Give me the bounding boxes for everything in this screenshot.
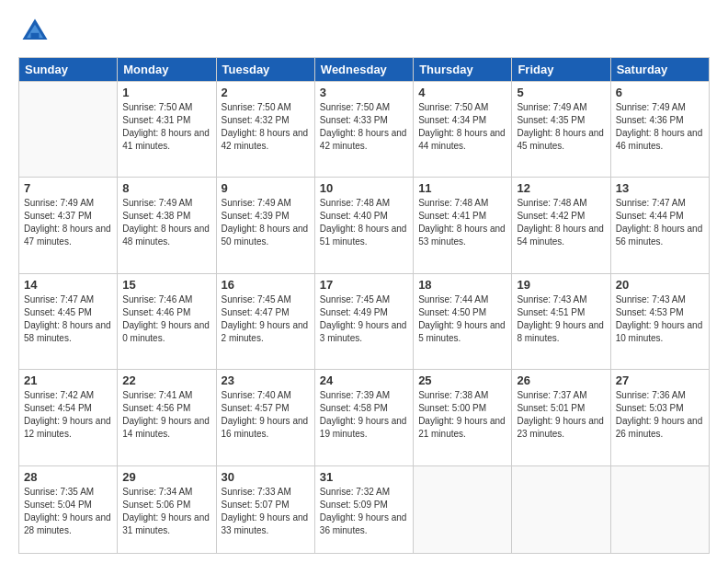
calendar-cell: 12Sunrise: 7:48 AMSunset: 4:42 PMDayligh… (512, 178, 610, 273)
calendar-cell: 15Sunrise: 7:46 AMSunset: 4:46 PMDayligh… (118, 273, 216, 369)
calendar-cell: 22Sunrise: 7:41 AMSunset: 4:56 PMDayligh… (118, 370, 216, 465)
day-number: 1 (122, 86, 210, 99)
day-info: Sunrise: 7:40 AMSunset: 4:57 PMDaylight:… (222, 389, 310, 441)
day-info: Sunrise: 7:43 AMSunset: 4:53 PMDaylight:… (616, 293, 704, 345)
calendar-cell: 31Sunrise: 7:32 AMSunset: 5:09 PMDayligh… (314, 465, 413, 553)
day-number: 30 (222, 470, 310, 484)
calendar-header-wednesday: Wednesday (314, 58, 413, 82)
day-info: Sunrise: 7:50 AMSunset: 4:33 PMDaylight:… (320, 101, 408, 153)
calendar-cell: 21Sunrise: 7:42 AMSunset: 4:54 PMDayligh… (19, 370, 118, 465)
logo (18, 15, 57, 48)
calendar-cell: 30Sunrise: 7:33 AMSunset: 5:07 PMDayligh… (216, 465, 314, 553)
day-number: 15 (122, 278, 210, 292)
calendar-cell: 1Sunrise: 7:50 AMSunset: 4:31 PMDaylight… (118, 82, 216, 178)
calendar-header-friday: Friday (512, 58, 610, 82)
calendar-cell (512, 465, 610, 553)
calendar-cell: 18Sunrise: 7:44 AMSunset: 4:50 PMDayligh… (414, 273, 512, 369)
calendar-cell (610, 465, 709, 553)
day-info: Sunrise: 7:50 AMSunset: 4:34 PMDaylight:… (418, 101, 506, 153)
calendar-week-2: 14Sunrise: 7:47 AMSunset: 4:45 PMDayligh… (19, 273, 710, 369)
day-info: Sunrise: 7:33 AMSunset: 5:07 PMDaylight:… (222, 486, 310, 537)
day-info: Sunrise: 7:37 AMSunset: 5:01 PMDaylight:… (517, 389, 605, 441)
day-info: Sunrise: 7:42 AMSunset: 4:54 PMDaylight:… (24, 389, 112, 441)
day-info: Sunrise: 7:50 AMSunset: 4:32 PMDaylight:… (222, 101, 310, 153)
day-number: 4 (418, 86, 506, 99)
day-info: Sunrise: 7:49 AMSunset: 4:38 PMDaylight:… (122, 197, 210, 248)
calendar-header-thursday: Thursday (414, 58, 512, 82)
day-number: 13 (616, 181, 704, 195)
day-info: Sunrise: 7:50 AMSunset: 4:31 PMDaylight:… (122, 101, 210, 153)
day-info: Sunrise: 7:47 AMSunset: 4:45 PMDaylight:… (24, 293, 112, 345)
day-info: Sunrise: 7:49 AMSunset: 4:37 PMDaylight:… (24, 197, 112, 248)
day-info: Sunrise: 7:43 AMSunset: 4:51 PMDaylight:… (517, 293, 605, 345)
calendar-table: SundayMondayTuesdayWednesdayThursdayFrid… (18, 57, 710, 554)
day-info: Sunrise: 7:44 AMSunset: 4:50 PMDaylight:… (418, 293, 506, 345)
day-number: 14 (24, 278, 112, 292)
day-number: 9 (222, 181, 310, 195)
day-number: 28 (24, 470, 112, 484)
day-info: Sunrise: 7:38 AMSunset: 5:00 PMDaylight:… (418, 389, 506, 441)
day-info: Sunrise: 7:46 AMSunset: 4:46 PMDaylight:… (122, 293, 210, 345)
day-info: Sunrise: 7:45 AMSunset: 4:49 PMDaylight:… (320, 293, 408, 345)
calendar-cell: 26Sunrise: 7:37 AMSunset: 5:01 PMDayligh… (512, 370, 610, 465)
day-info: Sunrise: 7:48 AMSunset: 4:40 PMDaylight:… (320, 197, 408, 248)
day-info: Sunrise: 7:36 AMSunset: 5:03 PMDaylight:… (616, 389, 704, 441)
calendar-cell: 14Sunrise: 7:47 AMSunset: 4:45 PMDayligh… (19, 273, 118, 369)
calendar-week-4: 28Sunrise: 7:35 AMSunset: 5:04 PMDayligh… (19, 465, 710, 553)
calendar-cell: 23Sunrise: 7:40 AMSunset: 4:57 PMDayligh… (216, 370, 314, 465)
calendar-cell: 9Sunrise: 7:49 AMSunset: 4:39 PMDaylight… (216, 178, 314, 273)
day-info: Sunrise: 7:41 AMSunset: 4:56 PMDaylight:… (122, 389, 210, 441)
day-number: 24 (320, 373, 408, 387)
day-number: 12 (517, 181, 605, 195)
calendar-cell (414, 465, 512, 553)
day-info: Sunrise: 7:49 AMSunset: 4:35 PMDaylight:… (517, 101, 605, 153)
calendar-cell: 28Sunrise: 7:35 AMSunset: 5:04 PMDayligh… (19, 465, 118, 553)
day-number: 27 (616, 373, 704, 387)
calendar-cell: 19Sunrise: 7:43 AMSunset: 4:51 PMDayligh… (512, 273, 610, 369)
calendar-cell: 6Sunrise: 7:49 AMSunset: 4:36 PMDaylight… (610, 82, 709, 178)
calendar-cell: 13Sunrise: 7:47 AMSunset: 4:44 PMDayligh… (610, 178, 709, 273)
day-number: 5 (517, 86, 605, 99)
day-info: Sunrise: 7:45 AMSunset: 4:47 PMDaylight:… (222, 293, 310, 345)
calendar-week-1: 7Sunrise: 7:49 AMSunset: 4:37 PMDaylight… (19, 178, 710, 273)
calendar-week-3: 21Sunrise: 7:42 AMSunset: 4:54 PMDayligh… (19, 370, 710, 465)
day-info: Sunrise: 7:32 AMSunset: 5:09 PMDaylight:… (320, 486, 408, 537)
calendar-header-saturday: Saturday (610, 58, 709, 82)
day-info: Sunrise: 7:47 AMSunset: 4:44 PMDaylight:… (616, 197, 704, 248)
day-info: Sunrise: 7:39 AMSunset: 4:58 PMDaylight:… (320, 389, 408, 441)
day-number: 6 (616, 86, 704, 99)
day-info: Sunrise: 7:49 AMSunset: 4:36 PMDaylight:… (616, 101, 704, 153)
calendar-cell: 7Sunrise: 7:49 AMSunset: 4:37 PMDaylight… (19, 178, 118, 273)
day-number: 2 (222, 86, 310, 99)
day-number: 29 (122, 470, 210, 484)
calendar-cell: 24Sunrise: 7:39 AMSunset: 4:58 PMDayligh… (314, 370, 413, 465)
calendar-cell: 2Sunrise: 7:50 AMSunset: 4:32 PMDaylight… (216, 82, 314, 178)
day-info: Sunrise: 7:49 AMSunset: 4:39 PMDaylight:… (222, 197, 310, 248)
page: SundayMondayTuesdayWednesdayThursdayFrid… (0, 0, 728, 563)
day-info: Sunrise: 7:34 AMSunset: 5:06 PMDaylight:… (122, 486, 210, 537)
calendar-cell: 29Sunrise: 7:34 AMSunset: 5:06 PMDayligh… (118, 465, 216, 553)
day-number: 19 (517, 278, 605, 292)
day-number: 16 (222, 278, 310, 292)
day-number: 21 (24, 373, 112, 387)
calendar-cell: 16Sunrise: 7:45 AMSunset: 4:47 PMDayligh… (216, 273, 314, 369)
calendar-cell: 8Sunrise: 7:49 AMSunset: 4:38 PMDaylight… (118, 178, 216, 273)
day-info: Sunrise: 7:48 AMSunset: 4:41 PMDaylight:… (418, 197, 506, 248)
day-number: 3 (320, 86, 408, 99)
header (18, 15, 710, 48)
day-number: 7 (24, 181, 112, 195)
calendar-cell: 5Sunrise: 7:49 AMSunset: 4:35 PMDaylight… (512, 82, 610, 178)
day-number: 23 (222, 373, 310, 387)
day-number: 11 (418, 181, 506, 195)
calendar-cell: 20Sunrise: 7:43 AMSunset: 4:53 PMDayligh… (610, 273, 709, 369)
day-number: 22 (122, 373, 210, 387)
calendar-header-sunday: Sunday (19, 58, 118, 82)
calendar-cell: 10Sunrise: 7:48 AMSunset: 4:40 PMDayligh… (314, 178, 413, 273)
calendar-cell (19, 82, 118, 178)
day-info: Sunrise: 7:48 AMSunset: 4:42 PMDaylight:… (517, 197, 605, 248)
day-number: 20 (616, 278, 704, 292)
calendar-cell: 17Sunrise: 7:45 AMSunset: 4:49 PMDayligh… (314, 273, 413, 369)
calendar-cell: 4Sunrise: 7:50 AMSunset: 4:34 PMDaylight… (414, 82, 512, 178)
day-number: 8 (122, 181, 210, 195)
day-number: 17 (320, 278, 408, 292)
